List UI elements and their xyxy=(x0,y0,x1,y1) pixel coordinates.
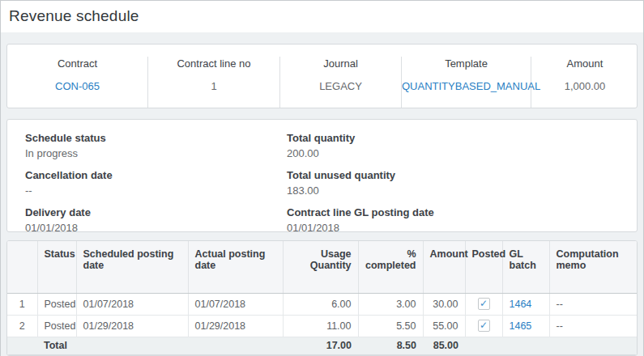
contract-line-no-label: Contract line no xyxy=(148,57,279,70)
total-unused-quantity-value: 183.00 xyxy=(287,184,637,197)
schedule-status-label: Schedule status xyxy=(25,132,287,144)
posted-checkbox[interactable]: ✓ xyxy=(478,320,490,332)
scheduled-posting-date-cell: 01/29/2018 xyxy=(76,315,188,337)
table-row: 1 Posted 01/07/2018 01/07/2018 6.00 3.00… xyxy=(7,293,637,315)
actual-posting-date-cell: 01/29/2018 xyxy=(188,315,283,337)
details-right-column: Total quantity 200.00 Total unused quant… xyxy=(287,132,637,244)
usage-quantity-cell: 11.00 xyxy=(283,315,358,337)
delivery-date-field: Delivery date 01/01/2018 xyxy=(25,206,287,234)
total-label: Total xyxy=(37,337,283,354)
total-quantity-label: Total quantity xyxy=(287,132,637,144)
contract-line-gl-posting-date-label: Contract line GL posting date xyxy=(287,206,637,218)
table-header-row: Status Scheduled posting date Actual pos… xyxy=(7,241,637,293)
status-cell: Posted xyxy=(37,293,76,315)
schedule-lines-card: Status Scheduled posting date Actual pos… xyxy=(6,240,638,356)
amount-cell: 55.00 xyxy=(423,315,465,337)
contract-link[interactable]: CON-065 xyxy=(55,80,100,92)
schedule-status-field: Schedule status In progress xyxy=(25,132,287,159)
amount-label: Amount xyxy=(531,57,638,70)
title-bar: Revenue schedule xyxy=(1,1,643,32)
page-content: Contract CON-065 Contract line no 1 Jour… xyxy=(1,32,643,356)
col-header-pct-completed: % completed xyxy=(358,241,423,293)
col-header-row-number xyxy=(7,241,37,293)
amount-cell: 30.00 xyxy=(423,293,465,315)
total-unused-quantity-label: Total unused quantity xyxy=(287,169,637,181)
schedule-lines-table: Status Scheduled posting date Actual pos… xyxy=(7,241,637,355)
template-label: Template xyxy=(402,57,531,70)
posted-cell: ✓ xyxy=(465,293,502,315)
col-header-posted: Posted xyxy=(465,241,502,293)
total-amount: 85.00 xyxy=(423,337,465,354)
gl-batch-cell: 1464 xyxy=(502,293,549,315)
total-pct-completed: 8.50 xyxy=(358,337,423,354)
journal-value: LEGACY xyxy=(280,80,401,92)
pct-completed-cell: 3.00 xyxy=(358,293,423,315)
contract-line-gl-posting-date-value: 01/01/2018 xyxy=(287,222,637,234)
gl-batch-cell: 1465 xyxy=(502,315,549,337)
delivery-date-value: 01/01/2018 xyxy=(25,222,287,234)
table-total-row: Total 17.00 8.50 85.00 xyxy=(7,337,637,354)
col-header-status: Status xyxy=(37,241,76,293)
gl-batch-link[interactable]: 1465 xyxy=(510,320,532,332)
schedule-details-card: Schedule status In progress Cancellation… xyxy=(6,119,638,232)
schedule-status-value: In progress xyxy=(25,147,287,159)
summary-col-contract: Contract CON-065 xyxy=(7,57,148,108)
col-header-amount: Amount xyxy=(423,241,465,293)
contract-label: Contract xyxy=(7,57,147,70)
contract-line-no-value: 1 xyxy=(148,80,279,92)
total-unused-quantity-field: Total unused quantity 183.00 xyxy=(287,169,637,197)
col-header-gl-batch: GL batch xyxy=(502,241,549,293)
col-header-usage-quantity: Usage Quantity xyxy=(283,241,358,293)
table-row: 2 Posted 01/29/2018 01/29/2018 11.00 5.5… xyxy=(7,315,637,337)
col-header-actual-posting-date: Actual posting date xyxy=(188,241,283,293)
pct-completed-cell: 5.50 xyxy=(358,315,423,337)
page-title: Revenue schedule xyxy=(9,7,635,25)
revenue-schedule-page: Revenue schedule Contract CON-065 Contra… xyxy=(0,0,644,356)
scheduled-posting-date-cell: 01/07/2018 xyxy=(76,293,188,315)
contract-line-gl-posting-date-field: Contract line GL posting date 01/01/2018 xyxy=(287,206,637,234)
total-row-spacer xyxy=(7,337,37,354)
summary-col-template: Template QUANTITYBASED_MANUAL xyxy=(402,57,531,108)
posted-checkbox[interactable]: ✓ xyxy=(478,298,490,310)
status-cell: Posted xyxy=(37,315,76,337)
row-number: 2 xyxy=(7,315,37,337)
cancellation-date-label: Cancellation date xyxy=(25,169,287,181)
total-quantity-field: Total quantity 200.00 xyxy=(287,132,637,159)
cancellation-date-value: -- xyxy=(25,184,287,197)
template-link[interactable]: QUANTITYBASED_MANUAL xyxy=(402,80,540,92)
journal-label: Journal xyxy=(280,57,401,70)
posted-cell: ✓ xyxy=(465,315,502,337)
gl-batch-link[interactable]: 1464 xyxy=(510,299,532,310)
computation-memo-cell: -- xyxy=(549,315,637,337)
col-header-scheduled-posting-date: Scheduled posting date xyxy=(76,241,188,293)
summary-col-contract-line-no: Contract line no 1 xyxy=(148,57,280,108)
total-usage-quantity: 17.00 xyxy=(283,337,358,354)
cancellation-date-field: Cancellation date -- xyxy=(25,169,287,197)
actual-posting-date-cell: 01/07/2018 xyxy=(188,293,283,315)
contract-summary-card: Contract CON-065 Contract line no 1 Jour… xyxy=(6,44,638,108)
delivery-date-label: Delivery date xyxy=(25,206,287,218)
details-left-column: Schedule status In progress Cancellation… xyxy=(25,132,287,244)
row-number: 1 xyxy=(7,293,37,315)
usage-quantity-cell: 6.00 xyxy=(283,293,358,315)
summary-col-journal: Journal LEGACY xyxy=(280,57,402,108)
summary-col-amount: Amount 1,000.00 xyxy=(531,57,638,108)
total-quantity-value: 200.00 xyxy=(287,147,637,159)
col-header-computation-memo: Computation memo xyxy=(549,241,637,293)
total-row-trailing-spacer xyxy=(465,337,637,354)
amount-value: 1,000.00 xyxy=(531,80,638,92)
computation-memo-cell: -- xyxy=(549,293,637,315)
